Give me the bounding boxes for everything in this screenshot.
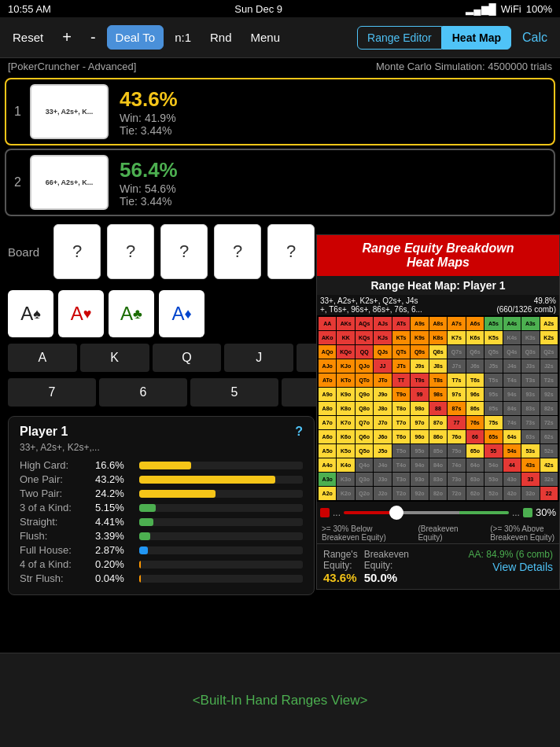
heatmap-cell[interactable]: T9s <box>411 374 428 387</box>
heatmap-cell[interactable]: 22 <box>540 487 558 500</box>
heatmap-cell[interactable]: J5o <box>374 444 391 458</box>
heatmap-cell[interactable]: 87o <box>429 416 447 429</box>
heatmap-cell[interactable]: QTo <box>356 374 373 387</box>
heatmap-cell[interactable]: J2s <box>540 359 558 373</box>
heatmap-cell[interactable]: T7o <box>392 416 410 429</box>
heatmap-cell[interactable]: T8o <box>392 402 410 415</box>
heatmap-cell[interactable]: JTs <box>392 359 410 373</box>
built-in-ranges-link[interactable]: <Built-In Hand Ranges View> <box>193 693 368 708</box>
heatmap-cell[interactable]: 82s <box>540 402 558 415</box>
heatmap-cell[interactable]: K9s <box>411 331 428 344</box>
heatmap-cell[interactable]: 82o <box>429 487 447 500</box>
remove-player-button[interactable]: - <box>83 24 104 51</box>
heatmap-cell[interactable]: K3o <box>337 473 354 486</box>
heatmap-cell[interactable]: 44 <box>503 458 521 472</box>
heatmap-cell[interactable]: KTs <box>392 331 410 344</box>
heatmap-cell[interactable]: A2s <box>540 317 558 330</box>
board-card-2[interactable]: ? <box>107 224 154 279</box>
heatmap-cell[interactable]: J5s <box>484 359 502 373</box>
heatmap-cell[interactable]: 62o <box>466 487 484 500</box>
heatmap-cell[interactable]: J9o <box>374 388 391 401</box>
heatmap-cell[interactable]: 84s <box>503 402 521 415</box>
range-editor-tab[interactable]: Range Editor <box>357 26 442 50</box>
heatmap-cell[interactable]: KJs <box>374 331 391 344</box>
heatmap-cell[interactable]: TT <box>392 374 410 387</box>
heatmap-cell[interactable]: 75o <box>448 444 465 458</box>
heatmap-cell[interactable]: 95s <box>484 388 502 401</box>
heatmap-cell[interactable]: 98s <box>429 388 447 401</box>
heat-map-tab[interactable]: Heat Map <box>442 26 511 50</box>
heatmap-cell[interactable]: 85o <box>429 444 447 458</box>
heatmap-cell[interactable]: T2s <box>540 374 558 387</box>
board-card-5[interactable]: ? <box>267 224 315 279</box>
suit-club-card[interactable]: A♣ <box>109 290 154 337</box>
heatmap-cell[interactable]: A7o <box>319 416 336 429</box>
heatmap-cell[interactable]: K8s <box>429 331 447 344</box>
heatmap-cell[interactable]: AJo <box>319 359 336 373</box>
heatmap-cell[interactable]: 53s <box>521 444 539 458</box>
heatmap-cell[interactable]: A9o <box>319 388 336 401</box>
board-card-3[interactable]: ? <box>160 224 208 279</box>
rank-A[interactable]: A <box>8 344 77 372</box>
heatmap-cell[interactable]: AQs <box>356 317 373 330</box>
heatmap-cell[interactable]: 66 <box>466 430 484 443</box>
heatmap-cell[interactable]: 74s <box>503 416 521 429</box>
heatmap-cell[interactable]: ATs <box>392 317 410 330</box>
heatmap-cell[interactable]: AKo <box>319 331 336 344</box>
heatmap-cell[interactable]: J8s <box>429 359 447 373</box>
player-2-row[interactable]: 2 66+, A2s+, K... 56.4% Win: 54.6% Tie: … <box>5 149 555 216</box>
heatmap-cell[interactable]: Q4s <box>503 345 521 359</box>
heatmap-cell[interactable]: K3s <box>521 331 539 344</box>
heatmap-cell[interactable]: JJ <box>374 359 391 373</box>
heatmap-cell[interactable]: K7s <box>448 331 465 344</box>
heatmap-cell[interactable]: 43s <box>521 458 539 472</box>
board-card-1[interactable]: ? <box>53 224 101 279</box>
rank-J[interactable]: J <box>224 344 293 372</box>
heatmap-cell[interactable]: T6s <box>466 374 484 387</box>
heatmap-cell[interactable]: 54s <box>503 444 521 458</box>
heatmap-cell[interactable]: KK <box>337 331 354 344</box>
player-1-card-thumb[interactable]: 33+, A2s+, K... <box>30 84 109 139</box>
heatmap-cell[interactable]: 63s <box>521 430 539 443</box>
heatmap-cell[interactable]: K9o <box>337 388 354 401</box>
heatmap-cell[interactable]: 96o <box>411 430 428 443</box>
heatmap-cell[interactable]: 85s <box>484 402 502 415</box>
heatmap-cell[interactable]: Q3o <box>356 473 373 486</box>
heatmap-cell[interactable]: A3o <box>319 473 336 486</box>
heatmap-cell[interactable]: K4o <box>337 458 354 472</box>
heatmap-cell[interactable]: 83o <box>429 473 447 486</box>
n1-button[interactable]: n:1 <box>167 26 199 49</box>
heatmap-cell[interactable]: K6o <box>337 430 354 443</box>
view-details-button[interactable]: View Details <box>492 561 553 573</box>
heatmap-cell[interactable]: J2o <box>374 487 391 500</box>
heatmap-cell[interactable]: 65s <box>484 430 502 443</box>
heatmap-cell[interactable]: QJo <box>356 359 373 373</box>
heatmap-cell[interactable]: A4o <box>319 458 336 472</box>
heatmap-cell[interactable]: 77 <box>448 416 465 429</box>
heatmap-cell[interactable]: 52s <box>540 444 558 458</box>
heatmap-cell[interactable]: 93s <box>521 388 539 401</box>
heatmap-cell[interactable]: 73s <box>521 416 539 429</box>
heatmap-cell[interactable]: AQo <box>319 345 336 359</box>
heatmap-cell[interactable]: 86o <box>429 430 447 443</box>
player-1-row[interactable]: 1 33+, A2s+, K... 43.6% Win: 41.9% Tie: … <box>5 78 555 145</box>
heatmap-cell[interactable]: Q3s <box>521 345 539 359</box>
heatmap-cell[interactable]: 86s <box>466 402 484 415</box>
heatmap-cell[interactable]: T5o <box>392 444 410 458</box>
heatmap-cell[interactable]: 97o <box>411 416 428 429</box>
heatmap-cell[interactable]: Q7o <box>356 416 373 429</box>
rank-7[interactable]: 7 <box>8 378 96 407</box>
heatmap-cell[interactable]: J4s <box>503 359 521 373</box>
heatmap-cell[interactable]: K7o <box>337 416 354 429</box>
heatmap-cell[interactable]: Q7s <box>448 345 465 359</box>
heatmap-cell[interactable]: 62s <box>540 430 558 443</box>
suit-diamond-card[interactable]: A♦ <box>159 290 204 337</box>
heatmap-cell[interactable]: 64o <box>466 458 484 472</box>
heatmap-cell[interactable]: J7s <box>448 359 465 373</box>
heatmap-cell[interactable]: K8o <box>337 402 354 415</box>
heatmap-cell[interactable]: KQs <box>356 331 373 344</box>
heatmap-cell[interactable]: Q5s <box>484 345 502 359</box>
heatmap-cell[interactable]: K4s <box>503 331 521 344</box>
heatmap-cell[interactable]: 99 <box>411 388 428 401</box>
heatmap-cell[interactable]: A5s <box>484 317 502 330</box>
